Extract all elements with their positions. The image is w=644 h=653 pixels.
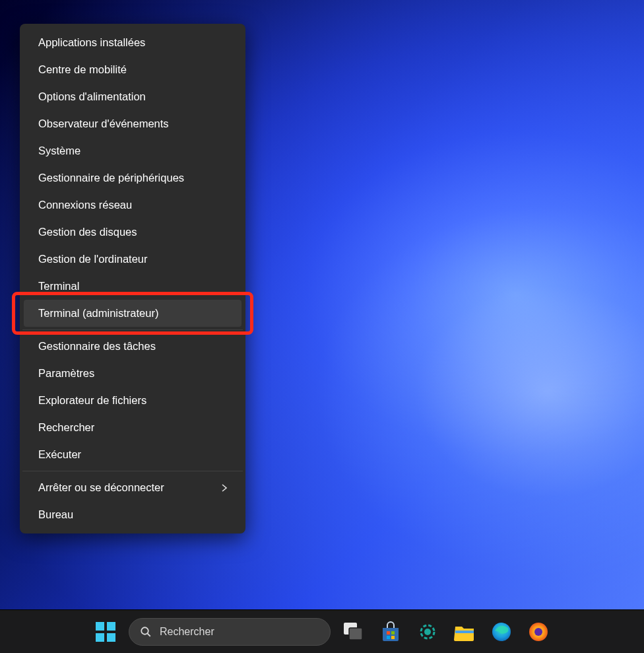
menu-item-label: Système <box>38 145 80 157</box>
taskbar-center-group: Rechercher <box>92 618 552 646</box>
menu-device-manager[interactable]: Gestionnaire de périphériques <box>24 164 242 191</box>
firefox-icon <box>528 621 549 642</box>
taskbar-microsoft-store[interactable] <box>377 618 404 646</box>
svg-line-5 <box>147 633 150 636</box>
svg-rect-11 <box>391 636 395 639</box>
menu-item-label: Gestion de l'ordinateur <box>38 253 148 265</box>
menu-item-label: Observateur d'événements <box>38 118 169 130</box>
teal-app-icon <box>418 622 437 642</box>
menu-task-manager[interactable]: Gestionnaire des tâches <box>24 333 242 360</box>
menu-item-label: Applications installées <box>38 36 145 49</box>
start-button[interactable] <box>92 618 119 646</box>
menu-item-label: Gestion des disques <box>38 226 137 238</box>
menu-installed-apps[interactable]: Applications installées <box>24 29 242 56</box>
menu-terminal[interactable]: Terminal <box>24 273 242 300</box>
menu-search[interactable]: Rechercher <box>24 414 242 441</box>
menu-item-label: Connexions réseau <box>38 199 132 211</box>
menu-group: Arrêter ou se déconnecterBureau <box>22 473 243 530</box>
microsoft-store-icon <box>380 621 401 642</box>
search-icon <box>140 626 152 638</box>
svg-rect-1 <box>107 622 115 631</box>
menu-run[interactable]: Exécuter <box>24 441 242 468</box>
svg-rect-3 <box>107 633 115 642</box>
svg-rect-0 <box>96 622 104 631</box>
svg-rect-8 <box>387 631 390 635</box>
menu-system[interactable]: Système <box>24 137 242 164</box>
menu-separator <box>22 329 243 330</box>
menu-item-label: Gestionnaire des tâches <box>38 340 156 353</box>
taskbar-teal-app[interactable] <box>414 618 441 646</box>
menu-file-explorer[interactable]: Explorateur de fichiers <box>24 387 242 414</box>
menu-item-label: Terminal (administrateur) <box>38 307 158 320</box>
svg-rect-9 <box>391 631 395 635</box>
svg-rect-14 <box>455 631 474 633</box>
svg-rect-10 <box>387 636 390 639</box>
taskbar-search-box[interactable]: Rechercher <box>129 618 331 646</box>
menu-item-label: Options d'alimentation <box>38 90 146 103</box>
menu-terminal-admin[interactable]: Terminal (administrateur) <box>24 300 242 327</box>
menu-computer-management[interactable]: Gestion de l'ordinateur <box>24 246 242 273</box>
menu-item-label: Terminal <box>38 280 79 292</box>
start-icon <box>96 622 115 642</box>
edge-icon <box>491 621 512 642</box>
svg-point-13 <box>424 629 431 635</box>
menu-item-label: Exécuter <box>38 448 81 461</box>
menu-disk-management[interactable]: Gestion des disques <box>24 219 242 246</box>
menu-power-options[interactable]: Options d'alimentation <box>24 83 242 110</box>
menu-settings[interactable]: Paramètres <box>24 360 242 387</box>
svg-rect-2 <box>96 633 104 642</box>
menu-item-label: Rechercher <box>38 421 94 434</box>
menu-item-label: Bureau <box>38 508 73 521</box>
menu-shutdown[interactable]: Arrêter ou se déconnecter <box>24 474 242 501</box>
file-explorer-icon <box>454 623 475 641</box>
menu-item-label: Explorateur de fichiers <box>38 394 146 407</box>
menu-group: Gestionnaire des tâchesParamètresExplora… <box>22 331 243 469</box>
svg-point-4 <box>141 627 148 635</box>
taskbar-task-view[interactable] <box>340 618 368 646</box>
desktop-wallpaper: Applications installéesCentre de mobilit… <box>0 0 644 653</box>
search-placeholder: Rechercher <box>160 626 214 638</box>
taskbar-file-explorer[interactable] <box>451 618 478 646</box>
menu-mobility-center[interactable]: Centre de mobilité <box>24 56 242 83</box>
taskbar: Rechercher <box>0 609 644 653</box>
menu-desktop[interactable]: Bureau <box>24 501 242 528</box>
menu-item-label: Arrêter ou se déconnecter <box>38 481 164 494</box>
chevron-right-icon <box>220 484 228 492</box>
menu-separator <box>22 471 243 471</box>
menu-item-label: Gestionnaire de périphériques <box>38 172 184 184</box>
svg-rect-7 <box>349 628 362 640</box>
menu-event-viewer[interactable]: Observateur d'événements <box>24 110 242 137</box>
menu-group: Applications installéesCentre de mobilit… <box>22 28 243 328</box>
taskbar-edge[interactable] <box>488 618 515 646</box>
task-view-icon <box>344 623 364 641</box>
menu-network-connections[interactable]: Connexions réseau <box>24 191 242 219</box>
menu-item-label: Centre de mobilité <box>38 63 127 76</box>
svg-point-17 <box>534 628 542 636</box>
taskbar-firefox[interactable] <box>525 618 552 646</box>
winx-context-menu: Applications installéesCentre de mobilit… <box>20 24 245 533</box>
menu-item-label: Paramètres <box>38 367 94 380</box>
